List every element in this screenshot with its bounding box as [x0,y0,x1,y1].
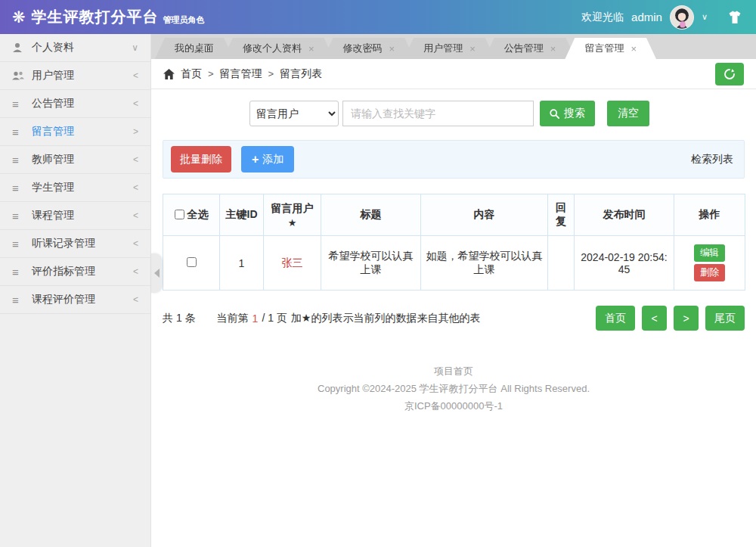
tab-label: 公告管理 [504,42,544,55]
tab-edit-profile[interactable]: 修改个人资料 × [223,38,334,59]
row-reply-cell [548,236,575,291]
pagination-info: 共 1 条 当前第 1 / 1 页 加★的列表示当前列的数据来自其他的表 [163,312,480,325]
breadcrumb-current: 留言列表 [280,67,322,81]
total-count: 共 1 条 [163,312,196,325]
chevron-left-icon: < [133,154,138,165]
home-icon [163,69,175,79]
list-title: 检索列表 [691,153,736,166]
role-badge: 管理员角色 [163,14,205,26]
tab-close-icon[interactable]: × [308,44,314,54]
batch-delete-button[interactable]: 批量删除 [171,146,231,172]
app-title: 学生评教打分平台 [32,7,159,27]
user-avatar[interactable] [670,5,694,30]
username[interactable]: admin [631,11,662,23]
breadcrumb-home[interactable]: 首页 [181,67,202,81]
batch-delete-label: 批量删除 [180,153,222,166]
star-note: 加★的列表示当前列的数据来自其他的表 [291,312,481,325]
sidebar-item-lecture-records[interactable]: ≡ 听课记录管理 < [0,230,150,258]
tab-label: 修改密码 [343,42,383,55]
star-icon: ★ [268,217,317,228]
search-input[interactable] [342,101,534,126]
chevron-left-icon: < [133,294,138,305]
sidebar-item-messages[interactable]: ≡ 留言管理 > [0,118,150,146]
project-home-link[interactable]: 项目首页 [163,362,745,380]
first-page-button[interactable]: 首页 [596,306,635,331]
pagination-buttons: 首页 < > 尾页 [589,306,745,331]
row-user-cell: 张三 [264,236,321,291]
sidebar-item-announcements[interactable]: ≡ 公告管理 < [0,90,150,118]
chevron-left-icon: < [133,70,138,81]
filter-select[interactable]: 留言用户 [249,101,339,126]
tab-close-icon[interactable]: × [631,44,637,54]
delete-button[interactable]: 删除 [694,264,725,281]
toolbar: 批量删除 + 添加 检索列表 [163,140,745,179]
tab-message-management[interactable]: 留言管理 × [565,38,656,59]
breadcrumb-separator: > [208,68,214,79]
prev-page-button[interactable]: < [642,306,667,331]
page-count-suffix: / 1 页 [262,312,287,325]
tab-change-password[interactable]: 修改密码 × [324,38,415,59]
tab-label: 用户管理 [423,42,463,55]
menu-icon: ≡ [12,126,29,138]
breadcrumb-section[interactable]: 留言管理 [220,67,262,81]
welcome-text: 欢迎光临 [581,11,624,24]
tab-close-icon[interactable]: × [469,44,476,54]
clear-button-label: 清空 [618,107,639,120]
chevron-left-icon: < [133,182,138,193]
theme-tshirt-icon[interactable] [726,8,744,26]
search-form: 留言用户 搜索 清空 [249,101,745,126]
avatar-caret-icon[interactable]: ∨ [702,12,708,22]
tab-bar: 我的桌面 修改个人资料 × 修改密码 × 用户管理 × 公告管理 × 留言管理 … [151,34,756,59]
row-id-cell: 1 [220,236,264,291]
tab-announcement-management[interactable]: 公告管理 × [485,38,576,59]
page-footer: 项目首页 Copyright ©2024-2025 学生评教打分平台 All R… [163,362,745,415]
tab-label: 我的桌面 [175,42,214,55]
avatar-image [671,6,693,29]
menu-icon: ≡ [12,210,29,222]
search-button[interactable]: 搜索 [540,101,595,126]
tab-my-desktop[interactable]: 我的桌面 [155,38,234,59]
edit-button[interactable]: 编辑 [694,244,725,262]
last-page-button[interactable]: 尾页 [705,306,745,331]
row-select-cell [163,236,220,291]
row-checkbox[interactable] [187,257,197,267]
row-content-cell: 如题，希望学校可以认真上课 [421,236,548,291]
sidebar-item-teachers[interactable]: ≡ 教师管理 < [0,146,150,174]
sidebar-collapse-handle[interactable] [151,253,162,293]
refresh-icon [723,68,736,80]
sidebar-item-users[interactable]: 用户管理 < [0,62,150,90]
breadcrumb: 首页 > 留言管理 > 留言列表 [151,59,756,89]
clear-button[interactable]: 清空 [607,101,649,126]
sidebar-item-courses[interactable]: ≡ 课程管理 < [0,202,150,230]
chevron-left-icon: < [133,266,138,277]
user-icon [12,42,29,53]
copyright-text: Copyright ©2024-2025 学生评教打分平台 All Rights… [163,380,745,397]
sidebar-item-course-evals[interactable]: ≡ 课程评价管理 < [0,286,150,314]
sidebar-item-label: 公告管理 [32,97,74,110]
select-all-checkbox[interactable] [175,210,184,219]
tab-label: 留言管理 [584,42,624,55]
tab-close-icon[interactable]: × [389,44,395,54]
menu-icon: ≡ [12,182,29,194]
sidebar-item-label: 用户管理 [32,69,74,82]
tab-close-icon[interactable]: × [550,44,556,54]
sidebar-item-profile[interactable]: 个人资料 ∨ [0,34,150,62]
column-header-time: 发布时间 [575,194,674,236]
message-table: 全选 主键ID 留言用户 ★ 标题 内容 回复 发布时间 操作 [163,194,745,291]
sidebar-item-eval-indicators[interactable]: ≡ 评价指标管理 < [0,258,150,286]
sidebar-item-label: 课程管理 [32,209,74,222]
sidebar-item-label: 听课记录管理 [32,237,95,250]
column-header-user-label: 留言用户 [271,202,314,214]
chevron-right-icon: > [133,126,138,137]
row-title-cell: 希望学校可以认真上课 [321,236,421,291]
tab-user-management[interactable]: 用户管理 × [404,38,495,59]
top-header: ❋ 学生评教打分平台 管理员角色 欢迎光临 admin ∨ [0,0,756,34]
sidebar-item-label: 个人资料 [32,41,74,54]
app-logo-icon: ❋ [12,9,26,25]
next-page-button[interactable]: > [674,306,699,331]
table-row: 1 张三 希望学校可以认真上课 如题，希望学校可以认真上课 2024-02-19… [163,236,745,291]
collapse-arrow-icon [154,269,160,278]
add-button[interactable]: + 添加 [241,146,294,172]
refresh-button[interactable] [715,63,744,85]
sidebar-item-students[interactable]: ≡ 学生管理 < [0,174,150,202]
